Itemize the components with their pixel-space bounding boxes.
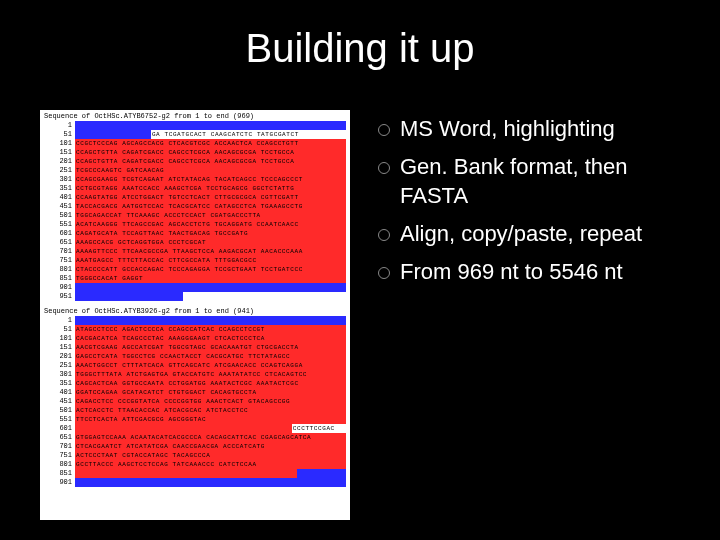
- seq-line: 851TGGGCCACAT GAGGT: [50, 274, 346, 283]
- seq-seg-red: [75, 424, 292, 433]
- seq-line: 551ACATCAAGGG TTCAGCCGAC AGCACCTCTG TGCA…: [50, 220, 346, 229]
- seq-line-bar: TCGCCCAAGTC GATCAACAG: [75, 166, 346, 175]
- seq-line: 651GTGGAGTCCAAA ACAATACATCACGCCCA CACAGC…: [50, 433, 346, 442]
- seq-line-bar: CAGATGCATA TCCAGTTAAC TAACTGACAG TGCCGAT…: [75, 229, 346, 238]
- seq-line-num: 701: [50, 247, 75, 256]
- seq-block1-header: Sequence of OctHSc.ATYB6752-g2 from 1 to…: [40, 110, 350, 121]
- seq-line-num: 551: [50, 220, 75, 229]
- seq-seg-text: CCAGCTGTTA CAGATCGACC CAGCCTCGCA AACAGCG…: [75, 157, 346, 166]
- seq-line-bar: CCAGCTGTTA CAGATCGACC CAGCCTCGCA AACAGCG…: [75, 148, 346, 157]
- seq-seg-red: CCAGCTGTTA CAGATCGACC CAGCCTCGCA AACAGCG…: [75, 148, 346, 157]
- seq-seg-text: CCCTTCCGAC: [292, 424, 346, 433]
- seq-line: 151AACGTCGAAG AGCCATCGAT TGGCGTAGC GCACA…: [50, 343, 346, 352]
- seq-seg-text: TGGGCTTTATA ATCTGAGTGA GTACCATGTC AAATAT…: [75, 370, 346, 379]
- seq-line: 351CCTGCGTAGG AAATCCACC AAAGCTCGA TCCTGC…: [50, 184, 346, 193]
- seq-line-num: 951: [50, 292, 75, 301]
- seq-line-bar: [75, 478, 346, 487]
- bullet-icon: [378, 124, 390, 136]
- seq-line-bar: CCAAGTATGG ATCCTGGACT TGTCCTCACT CTTGCGC…: [75, 193, 346, 202]
- bullet-item: Gen. Bank format, then FASTA: [374, 152, 700, 211]
- seq-line-num: 51: [50, 325, 75, 334]
- seq-line-num: 501: [50, 211, 75, 220]
- seq-seg-white: GA TCGATGCACT CAAGCATCTC TATGCGATCT: [151, 130, 346, 139]
- seq-line-bar: TGGCAGACCAT TTCAAAGC ACCCTCCACT CGATGACC…: [75, 211, 346, 220]
- seq-line-bar: GTGGAGTCCAAA ACAATACATCACGCCCA CACAGCATT…: [75, 433, 346, 442]
- seq-line-num: 251: [50, 166, 75, 175]
- seq-line-num: 551: [50, 415, 75, 424]
- seq-line-num: 101: [50, 334, 75, 343]
- seq-line: 201GAGCCTCATA TGGCCTCG CCAACTACCT CACGCA…: [50, 352, 346, 361]
- seq-line: 201CCAGCTGTTA CAGATCGACC CAGCCTCGCA AACA…: [50, 157, 346, 166]
- seq-line-bar: CCAGCGAAGG TCGTCAGAAT ATCTATACAG TACATCA…: [75, 175, 346, 184]
- seq-seg-text: GTGGAGTCCAAA ACAATACATCACGCCCA CACAGCATT…: [75, 433, 346, 442]
- seq-line: 101CACGACATCA TCAGCCCTAC AAAGGGAAGT CTCA…: [50, 334, 346, 343]
- seq-line-num: 601: [50, 229, 75, 238]
- seq-line-num: 301: [50, 370, 75, 379]
- seq-line-num: 901: [50, 283, 75, 292]
- seq-line-num: 451: [50, 397, 75, 406]
- seq-line-num: 151: [50, 148, 75, 157]
- seq-line: 401GGATCCAGAA GCATACATCT CTGTGGACT CACAG…: [50, 388, 346, 397]
- seq-line: 501ACTCACCTC TTAACACCAC ATCACGCAC ATCTAC…: [50, 406, 346, 415]
- seq-line-bar: [75, 469, 346, 478]
- seq-line: 651AAAGCCACG GCTCAGGTGGA CCCTCGCAT: [50, 238, 346, 247]
- seq-line-bar: CAGACCTCC CCCGGTATCA CCCCGGTGG AAACTCACT…: [75, 397, 346, 406]
- seq-line-num: 401: [50, 193, 75, 202]
- seq-line: 601CAGATGCATA TCCAGTTAAC TAACTGACAG TGCC…: [50, 229, 346, 238]
- seq-seg-red: GTGGAGTCCAAA ACAATACATCACGCCCA CACAGCATT…: [75, 433, 346, 442]
- seq-seg-text: CAGATGCATA TCCAGTTAAC TAACTGACAG TGCCGAT…: [75, 229, 346, 238]
- bullet-icon: [378, 162, 390, 174]
- seq-line-num: 301: [50, 175, 75, 184]
- seq-line: 101CCGCTCCCAG AGCAGCCACG CTCACGTCGC ACCA…: [50, 139, 346, 148]
- seq-seg-text: AAAGCCACG GCTCAGGTGGA CCCTCGCAT: [75, 238, 346, 247]
- seq-line-num: 801: [50, 265, 75, 274]
- seq-line-bar: CCTGCGTAGG AAATCCACC AAAGCTCGA TCCTGCAGC…: [75, 184, 346, 193]
- seq-seg-red: CAGCACTCAA GGTGCCAATA CCTGGATGG AAATACTC…: [75, 379, 346, 388]
- seq-line-num: 501: [50, 406, 75, 415]
- seq-seg-red: CTACCCCATT GCCACCAGAC TCCCAGAGGA TCCGCTG…: [75, 265, 346, 274]
- seq-seg-text: TGGGCCACAT GAGGT: [75, 274, 346, 283]
- seq-seg-text: CCGCTCCCAG AGCAGCCACG CTCACGTCGC ACCAACT…: [75, 139, 346, 148]
- seq-seg-text: ATAGCCTCCC AGACTCCCCA CCAGCCATCAC CCAGCC…: [75, 325, 346, 334]
- seq-line: 301CCAGCGAAGG TCGTCAGAAT ATCTATACAG TACA…: [50, 175, 346, 184]
- seq-line-num: 1: [50, 121, 75, 130]
- seq-seg-red: GAGCCTCATA TGGCCTCG CCAACTACCT CACGCATGC…: [75, 352, 346, 361]
- seq-line: 701AAAAGTTCCC TTCAACGCCGA TTAAGCTCCA AAG…: [50, 247, 346, 256]
- seq-line: 251AAACTGGCCT CTTTATCACA GTTCAGCATC ATCG…: [50, 361, 346, 370]
- seq-seg-red: CTCACGAATCT ATCATATCGA CAACCGAACGA ACCCA…: [75, 442, 346, 451]
- seq-line: 601 CCCTTCCGAC: [50, 424, 346, 433]
- seq-line-bar: AAATGAGCC TTTCTTACCAC CTTCGCCATA TTTGGAC…: [75, 256, 346, 265]
- seq-seg-red: TGGGCTTTATA ATCTGAGTGA GTACCATGTC AAATAT…: [75, 370, 346, 379]
- seq-line: 851: [50, 469, 346, 478]
- seq-line-num: 651: [50, 238, 75, 247]
- bullet-icon: [378, 267, 390, 279]
- seq-line-num: 751: [50, 451, 75, 460]
- seq-line-bar: GAGCCTCATA TGGCCTCG CCAACTACCT CACGCATGC…: [75, 352, 346, 361]
- seq-seg-blue: [75, 478, 346, 487]
- seq-line-bar: TGGGCCACAT GAGGT: [75, 274, 346, 283]
- seq-seg-red: TCGCCCAAGTC GATCAACAG: [75, 166, 346, 175]
- seq-line-bar: ACATCAAGGG TTCAGCCGAC AGCACCTCTG TGCAGGA…: [75, 220, 346, 229]
- seq-line-bar: ATAGCCTCCC AGACTCCCCA CCAGCCATCAC CCAGCC…: [75, 325, 346, 334]
- bullet-text: MS Word, highlighting: [400, 116, 615, 141]
- seq-line-bar: [75, 121, 346, 130]
- seq-line: 351CAGCACTCAA GGTGCCAATA CCTGGATGG AAATA…: [50, 379, 346, 388]
- bullet-item: Align, copy/paste, repeat: [374, 219, 700, 249]
- seq-line-bar: TACCACGACG AATGGTCCAC TCACGCATCC CATAGCC…: [75, 202, 346, 211]
- seq-seg-red: ACTCACCTC TTAACACCAC ATCACGCAC ATCTACCTC…: [75, 406, 346, 415]
- seq-seg-text: CTCACGAATCT ATCATATCGA CAACCGAACGA ACCCA…: [75, 442, 346, 451]
- seq-line: 451CAGACCTCC CCCGGTATCA CCCCGGTGG AAACTC…: [50, 397, 346, 406]
- seq-line: 151CCAGCTGTTA CAGATCGACC CAGCCTCGCA AACA…: [50, 148, 346, 157]
- seq-line-num: 801: [50, 460, 75, 469]
- seq-seg-red: AAAAGTTCCC TTCAACGCCGA TTAAGCTCCA AAGACG…: [75, 247, 346, 256]
- seq-seg-text: CCAGCGAAGG TCGTCAGAAT ATCTATACAG TACATCA…: [75, 175, 346, 184]
- seq-line-bar: AACGTCGAAG AGCCATCGAT TGGCGTAGC GCACAAAT…: [75, 343, 346, 352]
- seq-line-bar: [75, 292, 346, 301]
- seq-block1: 151GA TCGATGCACT CAAGCATCTC TATGCGATCT10…: [40, 121, 350, 305]
- seq-line: 51ATAGCCTCCC AGACTCCCCA CCAGCCATCAC CCAG…: [50, 325, 346, 334]
- seq-line-bar: AAAAGTTCCC TTCAACGCCGA TTAAGCTCCA AAGACG…: [75, 247, 346, 256]
- seq-seg-red: AACGTCGAAG AGCCATCGAT TGGCGTAGC GCACAAAT…: [75, 343, 346, 352]
- seq-line-bar: GA TCGATGCACT CAAGCATCTC TATGCGATCT: [75, 130, 346, 139]
- seq-line-bar: CCGCTCCCAG AGCAGCCACG CTCACGTCGC ACCAACT…: [75, 139, 346, 148]
- seq-line-bar: AAAGCCACG GCTCAGGTGGA CCCTCGCAT: [75, 238, 346, 247]
